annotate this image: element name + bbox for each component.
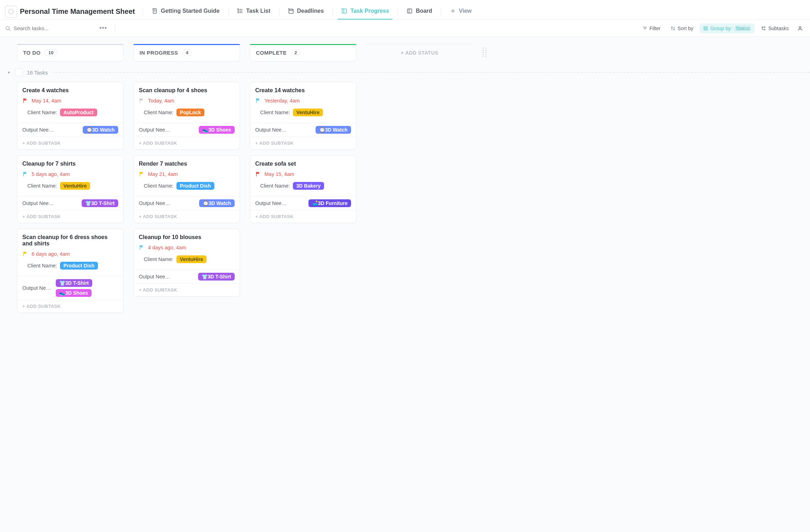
pin-list-icon [237,8,243,14]
list-icon[interactable] [5,6,17,18]
client-tag[interactable]: VentuHire [176,255,207,263]
flag-icon[interactable] [22,251,28,257]
task-card[interactable]: Cleanup for 7 shirts5 days ago, 4amClien… [17,155,124,223]
user-icon [797,26,803,31]
due-date[interactable]: 4 days ago, 4am [148,245,186,250]
add-subtask-button[interactable]: + ADD SUBTASK [250,210,356,223]
output-tag[interactable]: 👕3D T-Shirt [198,273,235,281]
output-tags: 👕3D T-Shirt👟3D Shoes [56,279,118,297]
tab-label: Deadlines [297,8,324,14]
status-bar [250,44,356,45]
add-subtask-button[interactable]: + ADD SUBTASK [134,210,240,223]
client-tag[interactable]: Product Dish [176,182,214,190]
add-subtask-button[interactable]: + ADD SUBTASK [134,137,240,149]
column-header-inprogress[interactable]: IN PROGRESS 4 [133,44,240,61]
column-header-complete[interactable]: COMPLETE 2 [250,44,356,61]
column-count: 10 [45,49,57,56]
flag-icon[interactable] [22,171,28,177]
divider [52,72,810,73]
tab-label: Task List [246,8,270,14]
task-title: Cleanup for 7 shirts [22,161,118,167]
tab-deadlines[interactable]: Deadlines [283,4,329,20]
add-subtask-button[interactable]: + ADD SUBTASK [250,137,356,149]
svg-rect-28 [706,29,707,30]
add-subtask-button[interactable]: + ADD SUBTASK [17,210,123,223]
tab-task-progress[interactable]: Task Progress [336,4,394,20]
add-subtask-button[interactable]: + ADD SUBTASK [134,283,240,296]
due-date[interactable]: Yesterday, 4am [264,98,300,104]
add-subtask-button[interactable]: + ADD SUBTASK [17,300,123,312]
client-tag[interactable]: AutoProduct [60,109,97,116]
board-icon [406,8,413,14]
output-tag[interactable]: ⌚3D Watch [83,126,118,134]
subtasks-button[interactable]: Subtasks [757,23,792,33]
task-card[interactable]: Create sofa setMay 15, 4amClient Name:3D… [250,155,356,223]
svg-rect-27 [704,29,705,30]
output-tag[interactable]: 👟3D Shoes [56,289,92,297]
flag-icon[interactable] [139,245,144,250]
svg-point-9 [238,12,239,13]
flag-icon[interactable] [139,98,144,104]
search-wrap [5,25,94,31]
output-tags: 🛋️3D Furniture [308,199,351,207]
svg-point-33 [799,26,801,28]
topbar: Personal Time Management Sheet Getting S… [0,0,810,20]
svg-point-29 [762,27,763,27]
add-subtask-button[interactable]: + ADD SUBTASK [17,137,123,149]
task-card[interactable]: Scan cleanup for 6 dress shoes and shirt… [17,229,124,313]
due-date[interactable]: May 15, 4am [264,171,294,177]
output-tag[interactable]: ⌚3D Watch [199,199,235,207]
flag-icon[interactable] [255,171,261,177]
client-tag[interactable]: 3D Bakery [293,182,324,190]
add-status-button[interactable]: + ADD STATUS [366,44,473,61]
filter-button[interactable]: Filter [639,23,664,33]
search-input[interactable] [13,25,94,31]
output-tags: ⌚3D Watch [199,199,235,207]
output-tag[interactable]: 👟3D Shoes [199,126,235,134]
flag-icon[interactable] [255,98,261,104]
output-tags: ⌚3D Watch [316,126,351,134]
tab-getting-started[interactable]: Getting Started Guide [147,4,224,20]
client-label: Client Name: [144,183,174,189]
output-tag[interactable]: ⌚3D Watch [316,126,351,134]
client-label: Client Name: [27,263,57,268]
page-title: Personal Time Management Sheet [20,7,135,16]
due-date[interactable]: Today, 4am [148,98,174,104]
flag-icon[interactable] [139,171,144,177]
sort-button[interactable]: Sort by [667,23,697,33]
separator [332,8,333,16]
column-header-todo[interactable]: TO DO 10 [17,44,124,61]
column-headers: TO DO 10 IN PROGRESS 4 COMPLETE 2 + ADD … [17,44,810,61]
assignee-button[interactable] [795,23,805,33]
disclosure-toggle[interactable]: ▼ [7,71,11,74]
client-tag[interactable]: Product Dish [60,262,98,270]
groupby-button[interactable]: Group by: Status [700,23,755,33]
output-tag[interactable]: 👕3D T-Shirt [82,199,118,207]
task-card[interactable]: Scan cleanup for 4 shoesToday, 4amClient… [133,82,240,150]
task-card[interactable]: Render 7 watchesMay 21, 4amClient Name:P… [133,155,240,223]
task-card[interactable]: Create 14 watchesYesterday, 4amClient Na… [250,82,356,150]
due-date[interactable]: May 14, 4am [32,98,61,104]
flag-icon[interactable] [22,98,28,104]
client-tag[interactable]: PopLock [176,109,204,116]
output-tag[interactable]: 🛋️3D Furniture [308,199,351,207]
group-row: ▼ 16 Tasks [7,68,810,76]
status-bar [133,44,240,45]
client-tag[interactable]: VentuHire [60,182,90,190]
tab-board[interactable]: Board [401,4,437,20]
task-card[interactable]: Create 4 watchesMay 14, 4amClient Name:A… [17,82,124,150]
add-view-button[interactable]: View [445,4,477,20]
group-chip[interactable] [15,68,23,76]
task-card[interactable]: Cleanup for 10 blouses4 days ago, 4amCli… [133,229,240,297]
client-tag[interactable]: VentuHire [293,109,323,116]
svg-rect-16 [407,9,412,13]
due-date[interactable]: May 21, 4am [148,171,178,177]
output-tag[interactable]: 👕3D T-Shirt [56,279,92,287]
due-date[interactable]: 5 days ago, 4am [32,171,70,177]
due-date[interactable]: 6 days ago, 4am [32,251,70,257]
more-menu[interactable]: ••• [97,23,110,33]
tab-label: Board [416,8,432,14]
tab-task-list[interactable]: Task List [232,4,275,20]
svg-rect-14 [342,9,346,13]
separator [228,8,229,16]
